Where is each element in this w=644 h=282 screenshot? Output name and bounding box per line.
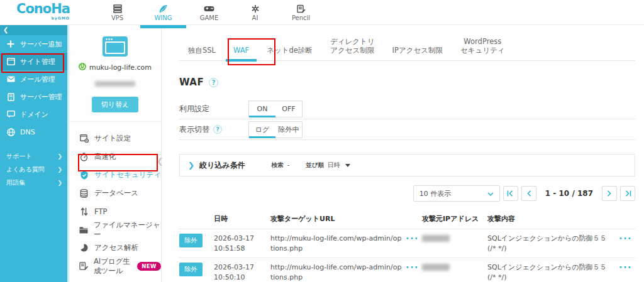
new-badge: NEW	[137, 262, 161, 271]
chevron-left-icon: ❮	[3, 26, 8, 33]
tab-waf[interactable]: WAF	[225, 46, 258, 60]
display-toggle-row: 表示切替 ログ 除外中	[179, 119, 635, 140]
first-page-button[interactable]	[503, 186, 518, 201]
filter-bar[interactable]: ❯ 絞り込み条件 検索 - 並び順 日時	[179, 154, 635, 176]
sidebar-item-domain[interactable]: ドメイン	[0, 106, 67, 123]
filter-search: 検索 -	[272, 161, 290, 170]
more-options-icon[interactable]: •••	[619, 263, 635, 273]
header-spacer	[619, 214, 635, 224]
usage-toggle: ON OFF	[248, 100, 303, 117]
table-row: 除外 2026-03-1710:51:58 http://muku-log-li…	[179, 229, 635, 258]
service-tab-vps[interactable]: VPS	[94, 0, 140, 25]
database-icon	[79, 189, 89, 198]
chevron-down-icon	[487, 190, 494, 197]
usage-toggle-on[interactable]: ON	[249, 101, 275, 117]
conoha-logo[interactable]: ConoHa byGMO	[16, 3, 70, 20]
wing-icon	[158, 4, 168, 13]
col-attack-detail: 攻撃内容	[487, 214, 619, 224]
site-menu-item-ftp[interactable]: FTP	[69, 202, 161, 220]
more-options-icon[interactable]: •••	[406, 263, 422, 273]
waf-log-table: 日時 攻撃ターゲットURL 攻撃元IPアドレス 攻撃内容 除外 2026-03-…	[179, 208, 635, 282]
next-page-button[interactable]	[602, 186, 617, 201]
service-tab-wing[interactable]: WING	[140, 0, 186, 25]
game-icon	[204, 4, 214, 13]
cell-target-url: http://muku-log-life.com/wp-admin/option…	[270, 234, 406, 254]
display-toggle-log[interactable]: ログ	[249, 122, 275, 138]
pencil-icon	[296, 4, 306, 13]
more-options-icon[interactable]: •••	[406, 234, 422, 244]
help-icon[interactable]	[213, 125, 222, 134]
tab-ip-access[interactable]: IPアクセス制限	[384, 46, 452, 60]
sidebar-item-site-management[interactable]: サイト管理	[0, 53, 67, 70]
service-tab-label: AI	[252, 14, 258, 21]
window-gear-icon	[79, 134, 89, 143]
display-toggle-excluded[interactable]: 除外中	[275, 122, 302, 138]
sidebar-item-label: DNS	[20, 128, 35, 136]
header-spacer	[179, 214, 214, 224]
filter-sort[interactable]: 並び順 日時	[306, 161, 350, 170]
service-tab-pencil[interactable]: Pencil	[278, 0, 324, 25]
site-menu-item-ai-blog[interactable]: AIブログ生成ツール NEW	[69, 257, 161, 275]
more-options-icon[interactable]: •••	[619, 234, 635, 244]
sidebar-item-mail[interactable]: メール管理	[0, 70, 67, 88]
sidebar-item-label: メール管理	[20, 75, 55, 84]
sidebar-link-label: よくある質問	[6, 165, 45, 174]
site-domain-row: muku-log-life.com	[69, 63, 161, 72]
per-page-value: 10 件表示	[419, 189, 452, 198]
panel-collapse-handle[interactable]: ❮	[157, 156, 164, 166]
tab-directory-access[interactable]: ディレクトリ アクセス制限	[321, 37, 384, 60]
site-menu-item-database[interactable]: データベース	[69, 184, 161, 202]
chevron-right-icon: ❯	[57, 153, 62, 160]
sort-label: 並び順	[306, 161, 324, 170]
cell-attack-detail: SQLインジェクションからの防御５５ (/* */)	[487, 263, 619, 282]
switch-site-button[interactable]: 切り替え	[92, 97, 139, 112]
site-menu-item-file-manager[interactable]: ファイルマネージャー	[69, 220, 161, 239]
prev-page-button[interactable]	[521, 186, 536, 201]
site-menu-item-analytics[interactable]: アクセス解析	[69, 239, 161, 257]
tab-ssl[interactable]: 独自SSL	[179, 46, 225, 60]
service-tab-label: VPS	[111, 14, 123, 21]
page-title-row: WAF	[179, 76, 644, 89]
usage-toggle-off[interactable]: OFF	[275, 101, 302, 117]
col-target-url: 攻撃ターゲットURL	[270, 214, 406, 224]
shield-check-icon	[79, 171, 89, 180]
sidebar-item-add-server[interactable]: サーバー追加	[0, 35, 67, 53]
exclude-button[interactable]: 除外	[179, 263, 203, 276]
per-page-select[interactable]: 10 件表示	[413, 185, 500, 202]
search-label: 検索	[272, 161, 284, 170]
help-icon[interactable]	[209, 78, 218, 87]
site-domain: muku-log-life.com	[89, 63, 152, 72]
sidebar-item-server-management[interactable]: サーバー管理	[0, 88, 67, 106]
sidebar-link-support[interactable]: サポート ❯	[0, 149, 67, 163]
sidebar-link-faq[interactable]: よくある質問 ❯	[0, 163, 67, 176]
tab-net-diagnosis[interactable]: ネットde診断	[258, 46, 321, 60]
col-datetime: 日時	[214, 214, 270, 224]
cell-datetime: 2026-03-1710:51:58	[214, 234, 270, 254]
usage-setting-label: 利用設定	[179, 104, 248, 114]
service-tab-ai[interactable]: AI	[232, 0, 278, 25]
site-menu-item-site-settings[interactable]: サイト設定	[69, 129, 161, 148]
cell-source-ip	[422, 263, 487, 273]
server-icon	[6, 93, 15, 101]
exclude-button[interactable]: 除外	[179, 234, 203, 247]
display-toggle-label: 表示切替	[179, 124, 248, 135]
tab-wordpress-security[interactable]: WordPress セキュリティ	[452, 37, 514, 60]
site-menu-label: 高速化	[94, 152, 116, 161]
sidebar-link-glossary[interactable]: 用語集 ❯	[0, 176, 67, 189]
conoha-control-panel: ConoHa byGMO VPS WING GAME AI Pencil	[0, 0, 644, 282]
logo-subtext: byGMO	[16, 16, 70, 20]
main-sidebar: ❮ サーバー追加 サイト管理 メール管理 サーバー管理 ドメイン DNS サポー…	[0, 25, 67, 282]
sidebar-item-dns[interactable]: DNS	[0, 123, 67, 141]
folder-icon	[79, 226, 88, 234]
header-spacer	[406, 214, 422, 224]
last-page-button[interactable]	[620, 186, 635, 201]
site-menu-label: アクセス解析	[94, 243, 138, 252]
service-tab-game[interactable]: GAME	[186, 0, 232, 25]
cell-attack-detail: SQLインジェクションからの防御５５ (/* */)	[487, 234, 619, 254]
site-menu-item-site-security[interactable]: サイトセキュリティ	[69, 166, 161, 184]
site-menu-item-speed[interactable]: 高速化	[69, 148, 161, 166]
site-menu-label: サイトセキュリティ	[94, 170, 161, 180]
security-tabs: 独自SSL WAF ネットde診断 ディレクトリ アクセス制限 IPアクセス制限…	[179, 25, 635, 61]
sidebar-collapse-button[interactable]: ❮	[0, 25, 67, 35]
col-source-ip: 攻撃元IPアドレス	[422, 214, 487, 224]
